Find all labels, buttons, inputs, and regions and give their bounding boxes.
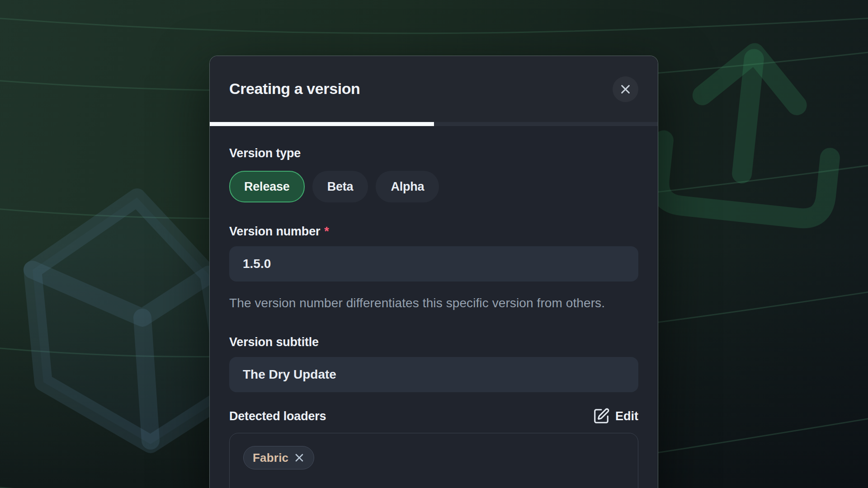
- version-number-label: Version number *: [229, 224, 638, 239]
- remove-loader-button[interactable]: [294, 452, 305, 463]
- modal-header: Creating a version: [210, 56, 658, 122]
- version-number-input[interactable]: [229, 246, 638, 282]
- close-button[interactable]: [613, 76, 638, 102]
- version-subtitle-input[interactable]: [229, 357, 638, 392]
- detected-loaders-label: Detected loaders: [229, 409, 326, 424]
- version-subtitle-label-text: Version subtitle: [229, 335, 319, 350]
- loader-chip-fabric: Fabric: [243, 446, 314, 469]
- modal-body: Version type Release Beta Alpha Version …: [210, 146, 658, 488]
- alpha-button-label: Alpha: [391, 180, 424, 194]
- version-number-label-text: Version number: [229, 224, 320, 239]
- close-icon: [619, 83, 632, 95]
- version-type-alpha-button[interactable]: Alpha: [376, 171, 439, 202]
- version-type-beta-button[interactable]: Beta: [312, 171, 368, 202]
- chip-close-icon: [294, 452, 305, 463]
- version-subtitle-label: Version subtitle: [229, 335, 638, 350]
- create-version-modal: Creating a version Version type Release …: [209, 56, 658, 488]
- modal-progress-track: [210, 122, 658, 126]
- loader-chip-label: Fabric: [253, 451, 288, 465]
- detected-loaders-row: Detected loaders Edit: [229, 408, 638, 425]
- version-type-label-text: Version type: [229, 146, 301, 161]
- detected-loaders-box: Fabric: [229, 433, 638, 488]
- edit-button-label: Edit: [615, 409, 638, 423]
- package-cube-icon: [33, 197, 228, 444]
- edit-pencil-icon: [593, 408, 610, 425]
- version-type-release-button[interactable]: Release: [229, 171, 305, 202]
- version-type-options: Release Beta Alpha: [229, 171, 638, 202]
- required-asterisk: *: [324, 224, 329, 239]
- beta-button-label: Beta: [327, 180, 354, 194]
- edit-loaders-button[interactable]: Edit: [593, 408, 638, 425]
- version-number-help-text: The version number differentiates this s…: [229, 293, 632, 313]
- version-type-label: Version type: [229, 146, 638, 161]
- detected-loaders-label-text: Detected loaders: [229, 409, 326, 424]
- release-button-label: Release: [244, 180, 290, 194]
- modal-title: Creating a version: [229, 80, 360, 98]
- modal-progress-fill: [210, 122, 434, 126]
